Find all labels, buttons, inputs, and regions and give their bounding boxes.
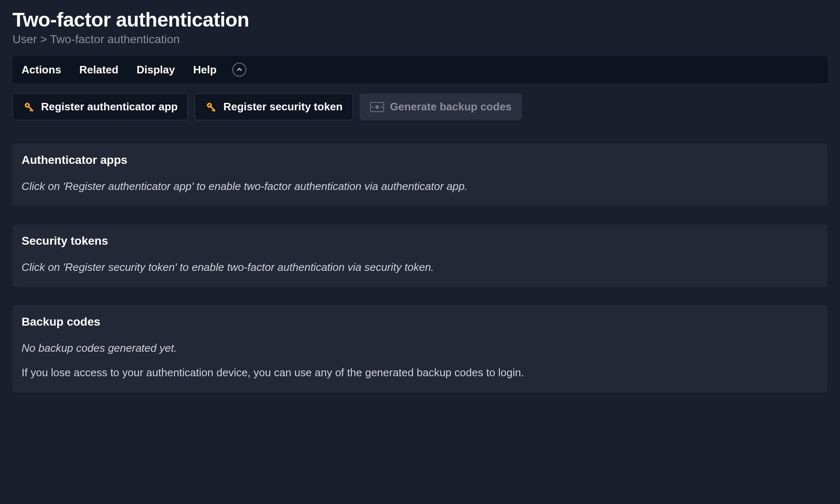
- breadcrumb-current: Two-factor authentication: [50, 33, 180, 46]
- cash-icon: [370, 102, 384, 112]
- backup-codes-panel: Backup codes No backup codes generated y…: [12, 305, 828, 392]
- svg-point-11: [375, 105, 379, 109]
- panel-title: Backup codes: [22, 315, 818, 329]
- panel-body-text: Click on 'Register authenticator app' to…: [22, 178, 818, 195]
- register-security-token-button[interactable]: Register security token: [195, 93, 353, 120]
- menu-display[interactable]: Display: [136, 63, 175, 76]
- menubar: Actions Related Display Help: [12, 56, 828, 83]
- button-label: Generate backup codes: [390, 100, 511, 113]
- svg-rect-12: [372, 106, 373, 108]
- collapse-menubar-button[interactable]: [232, 63, 246, 77]
- menu-help[interactable]: Help: [193, 63, 217, 76]
- backup-none-text: No backup codes generated yet.: [22, 340, 818, 356]
- breadcrumb-parent-link[interactable]: User: [12, 33, 37, 46]
- action-buttons-row: Register authenticator app Register secu…: [12, 93, 828, 120]
- panel-title: Security tokens: [22, 234, 818, 248]
- chevron-up-icon: [236, 66, 243, 73]
- page-title: Two-factor authentication: [12, 8, 828, 31]
- generate-backup-codes-button: Generate backup codes: [360, 93, 522, 120]
- key-icon: [23, 101, 35, 113]
- menu-related[interactable]: Related: [79, 63, 118, 76]
- register-authenticator-app-button[interactable]: Register authenticator app: [12, 93, 188, 120]
- backup-info-text: If you lose access to your authenticatio…: [22, 366, 524, 379]
- button-label: Register authenticator app: [41, 100, 178, 113]
- svg-rect-13: [381, 106, 382, 108]
- breadcrumb: User > Two-factor authentication: [12, 33, 828, 46]
- button-label: Register security token: [223, 100, 343, 113]
- panel-title: Authenticator apps: [22, 153, 818, 167]
- breadcrumb-separator: >: [37, 33, 50, 46]
- security-tokens-panel: Security tokens Click on 'Register secur…: [12, 224, 828, 287]
- panel-body-text: Click on 'Register security token' to en…: [22, 259, 818, 275]
- key-icon: [205, 101, 217, 113]
- menu-actions[interactable]: Actions: [22, 63, 61, 76]
- authenticator-apps-panel: Authenticator apps Click on 'Register au…: [12, 144, 828, 206]
